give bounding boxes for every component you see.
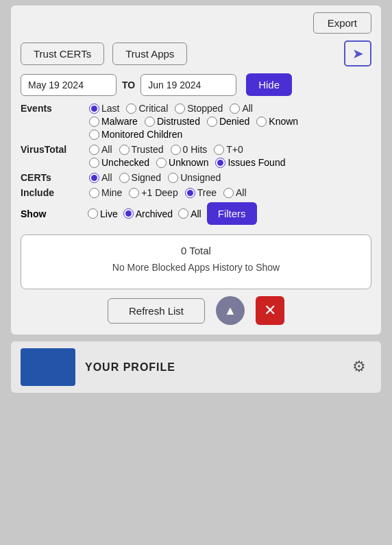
events-known[interactable]: Known bbox=[256, 116, 298, 127]
hide-button[interactable]: Hide bbox=[246, 73, 292, 96]
events-critical[interactable]: Critical bbox=[126, 103, 168, 114]
events-distrusted[interactable]: Distrusted bbox=[145, 116, 200, 127]
vt-all[interactable]: All bbox=[89, 144, 112, 155]
events-denied[interactable]: Denied bbox=[207, 116, 249, 127]
events-malware[interactable]: Malware bbox=[89, 116, 138, 127]
events-stopped[interactable]: Stopped bbox=[175, 103, 223, 114]
include-mine[interactable]: Mine bbox=[89, 187, 122, 198]
up-icon: ▲ bbox=[224, 304, 236, 318]
date-row: TO Hide bbox=[21, 73, 371, 96]
virustotal-subrow: Unchecked Unknown Issues Found bbox=[89, 157, 371, 168]
certs-all[interactable]: All bbox=[89, 172, 112, 183]
results-total: 0 Total bbox=[28, 245, 364, 256]
show-all[interactable]: All bbox=[178, 208, 201, 219]
virustotal-row: VirusTotal All Trusted 0 Hits T+0 bbox=[21, 144, 371, 155]
events-section: Events Last Critical Stopped All Malware bbox=[21, 103, 371, 140]
trust-certs-button[interactable]: Trust CERTs bbox=[21, 43, 104, 65]
events-label: Events bbox=[21, 103, 82, 114]
to-label: TO bbox=[122, 80, 135, 90]
virustotal-section: VirusTotal All Trusted 0 Hits T+0 Unchec… bbox=[21, 144, 371, 168]
include-1deep[interactable]: +1 Deep bbox=[129, 187, 177, 198]
to-date-input[interactable] bbox=[140, 74, 236, 96]
filters-button[interactable]: Filters bbox=[207, 202, 257, 225]
certs-label: CERTs bbox=[21, 172, 82, 183]
include-section: Include Mine +1 Deep Tree All bbox=[21, 187, 371, 198]
vt-unchecked[interactable]: Unchecked bbox=[89, 157, 149, 168]
trust-row: Trust CERTs Trust Apps ➤ bbox=[21, 40, 371, 66]
cancel-icon: ✕ bbox=[264, 302, 276, 319]
vt-issues[interactable]: Issues Found bbox=[215, 157, 285, 168]
cancel-button[interactable]: ✕ bbox=[256, 296, 284, 325]
vt-unknown[interactable]: Unknown bbox=[156, 157, 208, 168]
show-label: Show bbox=[21, 208, 82, 219]
show-archived[interactable]: Archived bbox=[123, 208, 173, 219]
events-last[interactable]: Last bbox=[89, 103, 119, 114]
main-panel: Export Trust CERTs Trust Apps ➤ TO Hide … bbox=[11, 5, 381, 335]
profile-image bbox=[21, 348, 75, 386]
include-row: Include Mine +1 Deep Tree All bbox=[21, 187, 371, 198]
top-bar: Export bbox=[21, 12, 371, 34]
show-live[interactable]: Live bbox=[88, 208, 118, 219]
vt-t0[interactable]: T+0 bbox=[214, 144, 243, 155]
certs-signed[interactable]: Signed bbox=[119, 172, 162, 183]
virustotal-label: VirusTotal bbox=[21, 144, 82, 155]
include-label: Include bbox=[21, 187, 82, 198]
arrow-button[interactable]: ➤ bbox=[344, 40, 371, 66]
events-all[interactable]: All bbox=[230, 103, 253, 114]
vt-trusted[interactable]: Trusted bbox=[119, 144, 164, 155]
bottom-row: Refresh List ▲ ✕ bbox=[21, 296, 371, 325]
show-section: Show Live Archived All Filters bbox=[21, 202, 371, 225]
events-monitored[interactable]: Monitored Children bbox=[89, 129, 182, 140]
export-button[interactable]: Export bbox=[313, 12, 371, 34]
up-button[interactable]: ▲ bbox=[216, 296, 245, 325]
certs-section: CERTs All Signed Unsigned bbox=[21, 172, 371, 183]
events-row: Events Last Critical Stopped All bbox=[21, 103, 371, 114]
events-subrow1: Malware Distrusted Denied Known bbox=[89, 116, 371, 127]
profile-title: YOUR PROFILE bbox=[85, 361, 175, 374]
show-row: Show Live Archived All Filters bbox=[21, 202, 371, 225]
trust-apps-button[interactable]: Trust Apps bbox=[112, 43, 187, 65]
certs-unsigned[interactable]: Unsigned bbox=[168, 172, 221, 183]
vt-0hits[interactable]: 0 Hits bbox=[171, 144, 208, 155]
include-all[interactable]: All bbox=[223, 187, 247, 198]
include-tree[interactable]: Tree bbox=[185, 187, 217, 198]
results-message: No More Blocked Apps History to Show bbox=[28, 262, 364, 273]
gear-icon[interactable]: ⚙ bbox=[352, 358, 371, 377]
from-date-input[interactable] bbox=[21, 74, 117, 96]
profile-bar: YOUR PROFILE ⚙ bbox=[11, 341, 381, 393]
events-subrow2: Monitored Children bbox=[89, 129, 371, 140]
refresh-button[interactable]: Refresh List bbox=[108, 298, 205, 324]
results-box: 0 Total No More Blocked Apps History to … bbox=[21, 234, 371, 289]
certs-row: CERTs All Signed Unsigned bbox=[21, 172, 371, 183]
